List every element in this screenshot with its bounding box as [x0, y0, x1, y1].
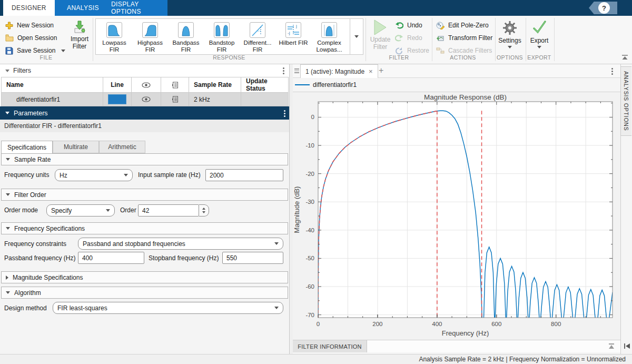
magnitude-specifications-section-header[interactable]: Magnitude Specifications	[1, 271, 288, 283]
collapse-toolstrip-icon[interactable]	[621, 54, 628, 61]
actions-section-label: ACTIONS	[432, 54, 494, 62]
svg-text:j: j	[295, 24, 297, 28]
tab-designer[interactable]: DESIGNER	[3, 0, 55, 16]
magnitude-plot-tab[interactable]: 1 (active): Magnitude ×	[300, 64, 378, 78]
column-line[interactable]: Line	[103, 77, 132, 92]
filters-parameters-panel: Filters Name Line Sample Rate Update Sta…	[0, 64, 290, 354]
collapse-triangle-icon	[6, 227, 10, 230]
bandstop-fir-button[interactable]: BandstopFIR	[204, 22, 240, 53]
hilbert-fir-button[interactable]: j-j Hilbert FIR	[275, 22, 311, 46]
spinner-up-icon[interactable]	[202, 208, 205, 210]
grip-icon[interactable]	[294, 68, 299, 73]
input-sample-rate-field[interactable]: 2000	[205, 169, 283, 181]
complex-lowpass-fir-button[interactable]: ComplexLowpas...	[311, 22, 347, 53]
differentiator-fir-button[interactable]: Different...FIR	[240, 22, 275, 53]
line-color-cell[interactable]	[103, 93, 132, 106]
response-gallery-expand-button[interactable]	[350, 18, 363, 55]
spinner-down-icon[interactable]	[202, 211, 205, 213]
design-method-label: Design method	[4, 304, 47, 312]
order-field[interactable]: 42	[138, 204, 199, 217]
expand-triangle-icon	[6, 276, 8, 280]
bandpass-fir-button[interactable]: BandpassFIR	[168, 22, 204, 53]
section-divider	[554, 18, 555, 61]
annotation-column-header[interactable]	[161, 77, 189, 92]
settings-button[interactable]: Settings	[496, 20, 524, 48]
svg-text:0: 0	[317, 321, 320, 327]
algorithm-section-header[interactable]: Algorithm	[1, 287, 288, 299]
svg-text:-j: -j	[288, 31, 290, 35]
order-spinner[interactable]	[199, 204, 209, 217]
chevron-down-icon	[274, 242, 279, 245]
import-filter-icon	[73, 20, 86, 34]
export-section-label: EXPORT	[526, 54, 553, 62]
save-session-dropdown-icon[interactable]	[61, 50, 65, 52]
section-divider	[366, 18, 366, 61]
sample-rate-section-header[interactable]: Sample Rate	[1, 153, 288, 165]
kebab-menu-icon[interactable]	[283, 110, 285, 117]
chevron-down-icon	[354, 35, 359, 38]
hilbert-fir-icon: j-j	[285, 22, 301, 38]
import-filter-button[interactable]: Import Filter	[67, 20, 92, 50]
magnitude-response-chart[interactable]: 02004006008000-10-20-30-40-50-60-70Magni…	[293, 93, 620, 340]
frequency-units-label: Frequency units	[4, 171, 49, 179]
column-name[interactable]: Name	[1, 77, 103, 92]
tab-display-options[interactable]: DISPLAY OPTIONS	[111, 0, 167, 16]
transform-filter-button[interactable]: Transform Filter	[436, 32, 492, 44]
sample-rate-value: 2 kHz	[189, 93, 241, 106]
update-filter-button[interactable]: Update Filter	[369, 19, 392, 51]
plot-tab-strip: 1 (active): Magnitude × +	[293, 64, 620, 78]
collapse-triangle-icon	[6, 158, 10, 161]
visibility-toggle[interactable]	[132, 93, 161, 106]
new-tab-button[interactable]: +	[379, 66, 383, 75]
order-mode-select[interactable]: Specify	[46, 204, 115, 217]
export-button[interactable]: Export	[527, 20, 552, 48]
help-button[interactable]: ?	[598, 2, 610, 14]
undo-button[interactable]: Undo	[395, 19, 422, 32]
kebab-menu-icon[interactable]	[611, 68, 613, 75]
transform-filter-icon	[436, 34, 445, 42]
design-method-select[interactable]: FIR least-squares	[53, 302, 283, 314]
svg-text:Magnitude (dB): Magnitude (dB)	[293, 186, 301, 233]
svg-text:-40: -40	[305, 227, 314, 233]
kebab-menu-icon[interactable]	[282, 67, 284, 74]
filter-table-row[interactable]: differentiatorfir1 2 kHz	[1, 92, 289, 106]
filter-section-label: FILTER	[369, 54, 429, 62]
filter-information-tab[interactable]: FILTER INFORMATION	[293, 340, 367, 352]
tab-arithmetic[interactable]: Arithmetic	[99, 141, 145, 153]
tab-multirate[interactable]: Multirate	[53, 141, 99, 153]
folder-icon	[5, 34, 14, 42]
close-icon[interactable]: ×	[369, 67, 373, 75]
collapse-panel-icon[interactable]	[608, 343, 615, 350]
response-section-label: RESPONSE	[190, 54, 269, 62]
highpass-fir-icon	[142, 22, 158, 38]
column-update-status[interactable]: Update Status	[241, 77, 289, 92]
parameters-panel-header[interactable]: Parameters	[0, 106, 289, 120]
lowpass-fir-button[interactable]: LowpassFIR	[96, 22, 132, 53]
svg-text:600: 600	[491, 321, 501, 327]
filters-panel-header[interactable]: Filters	[0, 64, 289, 77]
analysis-options-tab[interactable]: ANALYSIS OPTIONS	[620, 66, 631, 136]
analysis-plot-panel: 1 (active): Magnitude × + differentiator…	[293, 64, 620, 354]
bandstop-fir-icon	[214, 22, 230, 38]
tab-specifications[interactable]: Specifications	[1, 141, 53, 153]
edit-pole-zero-button[interactable]: Edit Pole-Zero	[436, 19, 489, 32]
filter-designer-app: DESIGNER ANALYSIS DISPLAY OPTIONS ? New …	[0, 0, 632, 364]
column-sample-rate[interactable]: Sample Rate	[189, 77, 241, 92]
filter-order-section-header[interactable]: Filter Order	[1, 189, 288, 201]
highpass-fir-button[interactable]: HighpassFIR	[132, 22, 168, 53]
filter-name[interactable]: differentiatorfir1	[1, 93, 103, 106]
stopband-frequency-field[interactable]: 550	[222, 252, 283, 264]
svg-text:0: 0	[311, 114, 314, 120]
legend-label: differentiatorfir1	[313, 81, 357, 88]
passband-frequency-field[interactable]: 400	[78, 252, 144, 264]
frequency-units-select[interactable]: Hz	[55, 169, 133, 181]
expand-panel-left-icon[interactable]	[623, 342, 630, 350]
frequency-specifications-section-header[interactable]: Frequency Specifications	[1, 222, 288, 234]
annotation-toggle[interactable]	[161, 93, 189, 106]
visibility-column-header[interactable]	[132, 77, 161, 92]
redo-button[interactable]: Redo	[395, 32, 422, 44]
open-session-button[interactable]: Open Session	[5, 32, 57, 44]
frequency-constraints-select[interactable]: Passband and stopband frequencies	[78, 238, 283, 250]
new-session-button[interactable]: New Session	[5, 19, 54, 32]
tab-analysis[interactable]: ANALYSIS	[55, 0, 111, 16]
